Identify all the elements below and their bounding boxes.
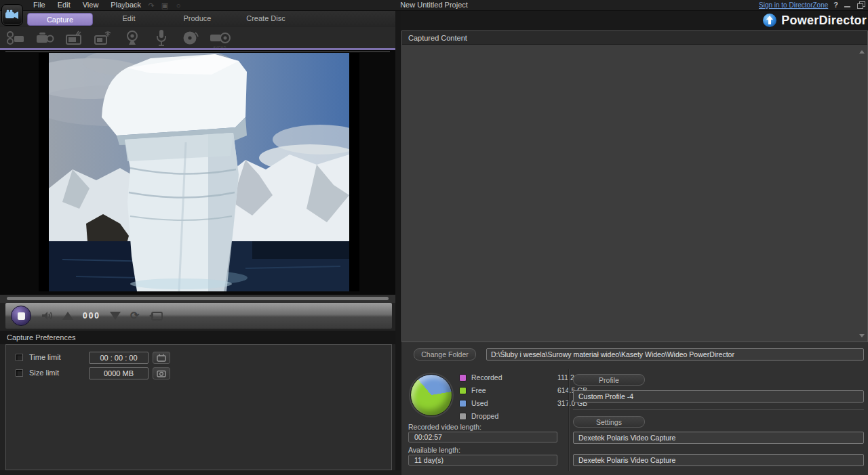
capture-preferences-header: Capture Preferences	[0, 331, 395, 344]
used-swatch	[459, 400, 467, 407]
channel-display: 000	[83, 311, 100, 321]
size-limit-row: Size limit 0000 MB	[6, 367, 391, 381]
help-icon[interactable]: ?	[833, 1, 838, 9]
captured-content-header: Captured Content	[402, 31, 867, 45]
settings-circle-icon[interactable]: ○	[174, 1, 183, 9]
tab-produce[interactable]: Produce	[167, 14, 228, 22]
size-limit-field[interactable]: 0000 MB	[89, 367, 149, 379]
minimize-icon[interactable]	[844, 1, 852, 9]
disc-icon[interactable]	[179, 29, 202, 47]
size-limit-label: Size limit	[29, 369, 59, 377]
captured-content-panel: Captured Content	[401, 30, 868, 342]
dropped-swatch	[459, 413, 467, 420]
seek-slider[interactable]	[7, 297, 389, 300]
menu-view[interactable]: View	[77, 0, 105, 11]
capture-folder-path[interactable]: D:\Śluby i wesela\Surowy materiał wideo\…	[486, 348, 864, 360]
recorded-length-field: 00:02:57	[408, 432, 557, 442]
tab-create-disc[interactable]: Create Disc	[235, 14, 296, 22]
stop-record-button[interactable]	[11, 306, 31, 326]
size-limit-checkbox[interactable]	[16, 369, 23, 377]
dv-camcorder-icon[interactable]	[4, 29, 27, 47]
change-folder-button[interactable]: Change Folder	[414, 348, 476, 360]
capture-source-bar: AVCHD	[0, 27, 395, 48]
capture-device-field-2: Dexetek Polaris Video Capture	[573, 454, 864, 466]
recorded-label: Recorded	[471, 373, 502, 381]
tv-signal-icon[interactable]	[62, 29, 85, 47]
time-limit-label: Time limit	[29, 353, 61, 361]
legend-row-used: Used 317.0 GB	[459, 398, 585, 411]
video-frame	[39, 53, 359, 291]
powerdirector-window: File Edit View Playback ▤ ↶ ↷ ▣ ○ New Un…	[0, 0, 868, 475]
video-content-iceberg	[49, 53, 349, 291]
capture-preview-area	[0, 50, 395, 295]
capture-device-field-1: Dexetek Polaris Video Capture	[573, 432, 864, 444]
time-limit-checkbox[interactable]	[16, 354, 23, 361]
menu-edit[interactable]: Edit	[52, 0, 77, 11]
capture-control-bar: 000 ⟳	[5, 303, 392, 329]
room-mode-icon[interactable]: ▣	[160, 1, 170, 10]
size-limit-camera-icon[interactable]	[153, 367, 170, 379]
redo-icon[interactable]: ↷	[146, 1, 156, 10]
bottom-strip	[0, 470, 401, 475]
disk-usage-pie-chart	[410, 374, 452, 416]
undo-icon[interactable]: ↶	[133, 1, 142, 10]
brand-logo: PowerDirector	[762, 13, 868, 28]
mode-tabs: Capture Edit Produce Create Disc	[0, 11, 395, 27]
microphone-icon[interactable]	[150, 29, 173, 47]
tab-capture[interactable]: Capture	[27, 13, 93, 26]
time-limit-row: Time limit 00 : 00 : 00	[6, 352, 391, 365]
brand-strip: PowerDirector	[401, 11, 868, 30]
volume-icon[interactable]	[41, 310, 53, 321]
stats-settings-divider	[568, 369, 569, 471]
used-label: Used	[471, 399, 488, 407]
scroll-down-icon[interactable]	[859, 334, 865, 337]
dropped-label: Dropped	[471, 412, 498, 420]
refresh-icon[interactable]: ⟳	[130, 310, 139, 321]
webcam-icon[interactable]	[121, 29, 144, 47]
tv-export-icon[interactable]	[149, 310, 163, 322]
legend-row-free: Free 614.5 GB	[459, 385, 585, 398]
channel-down-icon[interactable]	[110, 312, 121, 320]
capture-preferences-panel: Time limit 00 : 00 : 00 Size limit 0000 …	[5, 344, 392, 470]
legend-row-dropped: Dropped	[459, 411, 585, 424]
directorzone-signin-link[interactable]: Sign in to DirectorZone	[759, 1, 828, 9]
tab-edit[interactable]: Edit	[98, 14, 159, 22]
quick-toolbar: ▤ ↶ ↷ ▣ ○	[119, 0, 183, 11]
avchd-camera-icon[interactable]: AVCHD	[208, 29, 231, 47]
menu-bar: File Edit View Playback ▤ ↶ ↷ ▣ ○ New Un…	[0, 0, 868, 11]
restore-icon[interactable]	[857, 1, 865, 9]
settings-divider	[573, 409, 864, 410]
time-limit-tv-icon[interactable]	[153, 352, 170, 364]
recorded-length-label: Recorded video length:	[408, 423, 481, 431]
time-limit-field[interactable]: 00 : 00 : 00	[89, 352, 149, 364]
free-label: Free	[471, 386, 486, 394]
available-length-field: 11 day(s)	[408, 455, 557, 466]
seek-slider-zone	[0, 295, 395, 303]
settings-button[interactable]: Settings	[573, 416, 645, 428]
brand-name: PowerDirector	[781, 14, 867, 28]
disk-usage-legend: Recorded 111.2 MB Free 614.5 GB Used 317…	[459, 372, 585, 424]
panel-divider	[395, 11, 401, 475]
channel-up-icon[interactable]	[62, 312, 73, 320]
recorded-swatch	[459, 374, 467, 381]
profile-value-field: Custom Profile -4	[573, 390, 864, 402]
preview-top-line	[5, 51, 390, 52]
profile-button[interactable]: Profile	[573, 374, 645, 386]
save-icon[interactable]: ▤	[119, 1, 129, 10]
hdv-camcorder-icon[interactable]	[33, 29, 56, 47]
powerdirector-globe-icon	[762, 13, 777, 28]
available-length-label: Available length:	[408, 446, 460, 454]
legend-row-recorded: Recorded 111.2 MB	[459, 372, 585, 385]
digital-tv-icon[interactable]	[92, 29, 115, 47]
capture-status-area: Change Folder D:\Śluby i wesela\Surowy m…	[401, 342, 868, 475]
scroll-up-icon[interactable]	[859, 50, 865, 54]
free-swatch	[459, 387, 467, 394]
app-logo-icon	[1, 4, 23, 26]
menu-file[interactable]: File	[27, 0, 52, 11]
